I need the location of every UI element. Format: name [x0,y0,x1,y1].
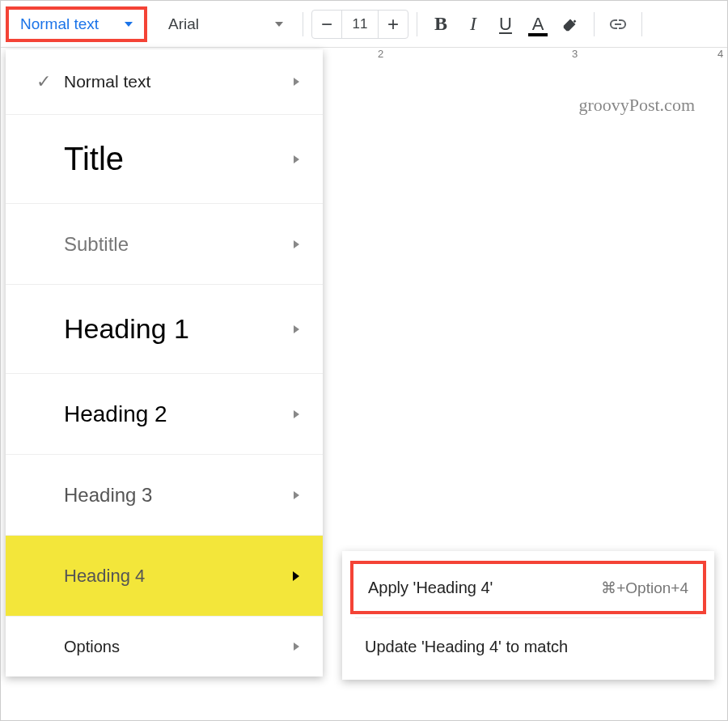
ruler-tick: 4 [717,48,723,60]
style-option-label: Heading 2 [64,401,284,427]
style-option-label: Heading 1 [64,313,284,345]
style-option-options[interactable]: Options [6,616,323,676]
submenu-arrow-icon [284,643,308,651]
style-option-heading-4[interactable]: Heading 4 [6,535,323,616]
separator [303,12,303,36]
style-option-label: Subtitle [64,233,284,256]
submenu-item-label: Update 'Heading 4' to match [365,638,568,656]
underline-button[interactable]: U [490,9,521,40]
font-size-input[interactable]: 11 [341,11,379,38]
link-icon [608,15,628,34]
submenu-item-label: Apply 'Heading 4' [368,579,493,597]
style-option-label: Normal text [64,72,284,91]
paragraph-styles-menu: ✓ Normal text Title Subtitle Heading 1 H… [6,49,323,676]
check-icon: ✓ [23,71,64,92]
insert-link-button[interactable] [603,9,633,40]
font-size-group: − 11 + [311,10,408,39]
paragraph-style-label: Normal text [20,15,99,33]
submenu-arrow-icon [284,410,308,418]
italic-button[interactable]: I [458,9,489,40]
style-option-heading-1[interactable]: Heading 1 [6,284,323,373]
style-option-label: Heading 4 [64,566,284,587]
submenu-arrow-icon [284,325,308,333]
submenu-arrow-icon [284,78,308,86]
style-option-heading-3[interactable]: Heading 3 [6,454,323,535]
separator [417,12,417,36]
caret-down-icon [125,22,133,27]
separator [641,12,642,36]
increase-font-size-button[interactable]: + [379,11,408,38]
separator [355,617,701,618]
submenu-arrow-icon [284,571,308,581]
update-heading-4-item[interactable]: Update 'Heading 4' to match [342,620,714,673]
separator [594,12,595,36]
text-color-button[interactable]: A [523,9,553,40]
submenu-arrow-icon [284,155,308,163]
ruler-tick: 3 [572,48,578,60]
style-option-title[interactable]: Title [6,114,323,203]
paragraph-style-dropdown[interactable]: Normal text [6,6,147,42]
style-option-heading-2[interactable]: Heading 2 [6,373,323,454]
style-option-label: Heading 3 [64,484,284,507]
style-option-label: Title [64,141,284,177]
style-option-normal-text[interactable]: ✓ Normal text [6,49,323,114]
submenu-arrow-icon [284,491,308,499]
submenu-arrow-icon [284,240,308,248]
highlight-color-button[interactable] [555,9,586,40]
keyboard-shortcut: ⌘+Option+4 [601,579,688,597]
heading-4-submenu: Apply 'Heading 4' ⌘+Option+4 Update 'Hea… [342,551,714,680]
apply-heading-4-item[interactable]: Apply 'Heading 4' ⌘+Option+4 [350,561,706,614]
decrease-font-size-button[interactable]: − [312,11,341,38]
caret-down-icon [275,22,283,27]
toolbar: Normal text Arial − 11 + B I U A [1,1,727,48]
font-family-label: Arial [168,15,199,33]
ruler-tick: 2 [378,48,383,60]
style-option-subtitle[interactable]: Subtitle [6,203,323,284]
style-option-label: Options [64,638,284,656]
font-family-dropdown[interactable]: Arial [157,9,294,40]
highlighter-icon [561,15,579,33]
watermark: groovyPost.com [578,95,695,116]
bold-button[interactable]: B [425,9,456,40]
